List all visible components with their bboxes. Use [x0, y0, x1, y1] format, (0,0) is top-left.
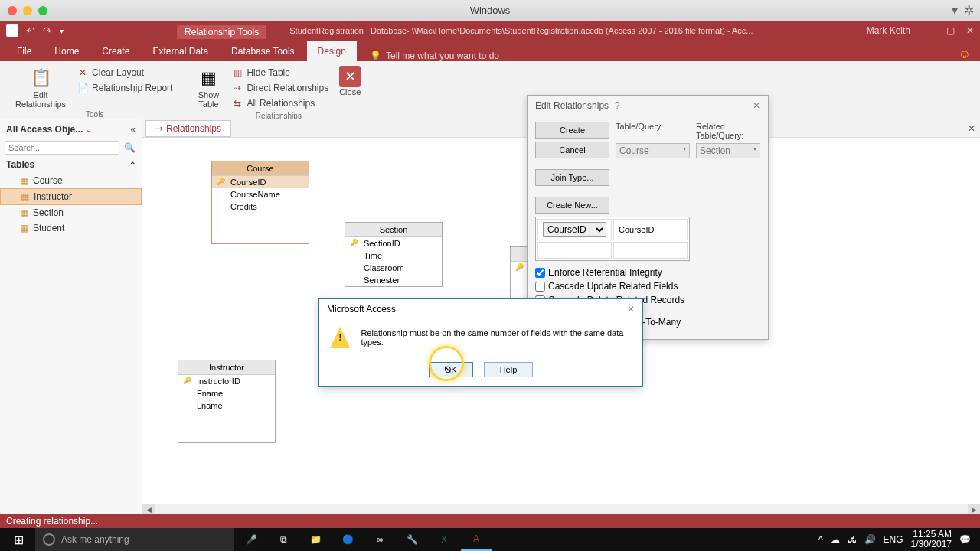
join-type-button[interactable]: Join Type... [535, 169, 609, 186]
chrome-icon[interactable]: 🔵 [332, 528, 363, 551]
tray-up-icon[interactable]: ^ [818, 534, 823, 545]
scroll-right-icon[interactable]: ▶ [968, 504, 980, 514]
tab-external-data[interactable]: External Data [142, 41, 219, 61]
nav-item-instructor[interactable]: ▦Instructor [0, 188, 142, 205]
mac-menu-icon[interactable]: ▾ [952, 3, 958, 18]
tab-home[interactable]: Home [44, 41, 90, 61]
all-relationships-button[interactable]: ⇆All Relationships [228, 96, 332, 110]
clear-layout-icon: ✕ [77, 67, 89, 79]
file-explorer-icon[interactable]: 📁 [300, 528, 331, 551]
mac-gear-icon[interactable]: ✲ [964, 3, 974, 18]
cortana-icon [43, 533, 55, 546]
nav-item-section[interactable]: ▦Section [0, 205, 142, 220]
direct-relationships-button[interactable]: ⇢Direct Relationships [228, 81, 332, 95]
create-button[interactable]: Create [535, 122, 609, 139]
show-table-button[interactable]: ▦ Show Table [191, 64, 225, 112]
notifications-icon[interactable]: 💬 [959, 534, 971, 545]
windows-taskbar: ⊞ Ask me anything 🎤 ⧉ 📁 🔵 ∞ 🔧 X A ^ ☁ 🖧 … [0, 528, 980, 551]
tab-design[interactable]: Design [307, 41, 357, 61]
close-button[interactable]: ✕ Close [335, 64, 365, 112]
save-icon[interactable] [6, 24, 18, 37]
dialog-help-icon[interactable]: ? [615, 100, 620, 111]
onedrive-icon[interactable]: ☁ [831, 534, 840, 545]
edit-relationships-icon: 📋 [28, 66, 53, 90]
field-classroom[interactable]: Classroom [345, 262, 442, 274]
nav-section-tables[interactable]: Tables⌃ [0, 156, 142, 173]
mac-maximize[interactable] [38, 6, 47, 15]
right-field-cell[interactable]: CourseID [613, 219, 688, 240]
field-coursename[interactable]: CourseName [212, 188, 309, 201]
contextual-tab-label: Relationship Tools [177, 25, 266, 39]
field-sectionid[interactable]: SectionID [345, 237, 442, 249]
group-label-tools: Tools [86, 110, 103, 119]
search-icon[interactable]: 🔍 [122, 141, 137, 155]
redo-icon[interactable]: ↷ [43, 24, 52, 37]
clock[interactable]: 11:25 AM 1/30/2017 [911, 530, 952, 549]
win-minimize[interactable]: — [926, 25, 935, 36]
scroll-left-icon[interactable]: ◀ [142, 504, 155, 514]
language-indicator[interactable]: ENG [884, 534, 903, 545]
table-course[interactable]: Course CourseID CourseName Credits [211, 161, 309, 244]
dialog-close-icon[interactable]: ✕ [753, 100, 760, 111]
field-fname[interactable]: Fname [178, 387, 275, 399]
win-close[interactable]: ✕ [966, 25, 974, 36]
volume-icon[interactable]: 🔊 [864, 534, 876, 545]
tab-create[interactable]: Create [91, 41, 140, 61]
ok-button[interactable]: OK [429, 362, 473, 377]
related-table-dropdown[interactable]: Section▾ [696, 143, 760, 158]
field-lname[interactable]: Lname [178, 399, 275, 412]
nav-header[interactable]: All Access Obje...⌄ « [0, 119, 142, 139]
field-time[interactable]: Time [345, 249, 442, 262]
field-courseid[interactable]: CourseID [212, 176, 309, 188]
win-restore[interactable]: ▢ [946, 25, 955, 36]
clear-layout-button[interactable]: ✕Clear Layout [74, 66, 175, 80]
hide-table-button[interactable]: ▥Hide Table [228, 66, 332, 80]
relationship-report-button[interactable]: 📄Relationship Report [74, 81, 175, 95]
horizontal-scrollbar[interactable]: ◀ ▶ [142, 504, 980, 514]
direct-rel-icon: ⇢ [231, 82, 243, 94]
create-new-button[interactable]: Create New... [535, 197, 609, 214]
nav-item-student[interactable]: ▦Student [0, 220, 142, 236]
help-button[interactable]: Help [484, 362, 534, 377]
chevron-down-icon: ⌄ [86, 126, 92, 134]
visual-studio-icon[interactable]: ∞ [364, 528, 395, 551]
alert-close-icon[interactable]: ✕ [627, 304, 635, 315]
nav-item-course[interactable]: ▦Course [0, 173, 142, 188]
table-dropdown[interactable]: Course▾ [616, 143, 690, 158]
mac-close[interactable] [8, 6, 17, 15]
left-field-select[interactable]: CourseID [543, 222, 606, 237]
document-tab-relationships[interactable]: ⇢Relationships [145, 120, 231, 137]
enforce-integrity-checkbox[interactable]: Enforce Referential Integrity [535, 267, 690, 278]
fields-grid[interactable]: CourseID CourseID [535, 217, 690, 261]
task-view-icon[interactable]: ⧉ [268, 528, 299, 551]
field-credits[interactable]: Credits [212, 201, 309, 213]
cancel-button[interactable]: Cancel [535, 142, 609, 158]
access-icon[interactable]: A [461, 528, 492, 551]
excel-icon[interactable]: X [429, 528, 459, 551]
tell-me[interactable]: Tell me what you want to do [370, 51, 499, 61]
doc-tab-close-icon[interactable]: ✕ [968, 123, 975, 134]
undo-icon[interactable]: ↶ [26, 24, 35, 37]
network-icon[interactable]: 🖧 [848, 534, 857, 545]
nav-pane: All Access Obje...⌄ « 🔍 Tables⌃ ▦Course … [0, 119, 142, 514]
edit-relationships-button[interactable]: 📋 Edit Relationships [11, 64, 70, 110]
start-button[interactable]: ⊞ [3, 528, 34, 551]
search-input[interactable] [5, 141, 119, 155]
field-semester[interactable]: Semester [345, 274, 442, 286]
field-instructorid[interactable]: InstructorID [178, 375, 275, 387]
table-icon: ▦ [20, 223, 28, 233]
cascade-update-checkbox[interactable]: Cascade Update Related Fields [535, 281, 690, 292]
tab-database-tools[interactable]: Database Tools [220, 41, 305, 61]
mac-titlebar: Windows ▾ ✲ [0, 0, 980, 21]
mic-icon[interactable]: 🎤 [236, 528, 266, 551]
rel-tab-icon: ⇢ [155, 123, 163, 134]
table-instructor[interactable]: Instructor InstructorID Fname Lname [178, 360, 276, 443]
nav-collapse-icon[interactable]: « [130, 124, 136, 135]
tab-file[interactable]: File [6, 41, 42, 61]
feedback-smiley-icon[interactable]: ☺ [959, 47, 971, 61]
app-icon[interactable]: 🔧 [397, 528, 427, 551]
table-section[interactable]: Section SectionID Time Classroom Semeste… [345, 222, 443, 287]
cortana-search[interactable]: Ask me anything [35, 528, 234, 551]
table-header: Instructor [178, 360, 275, 375]
mac-minimize[interactable] [23, 6, 32, 15]
